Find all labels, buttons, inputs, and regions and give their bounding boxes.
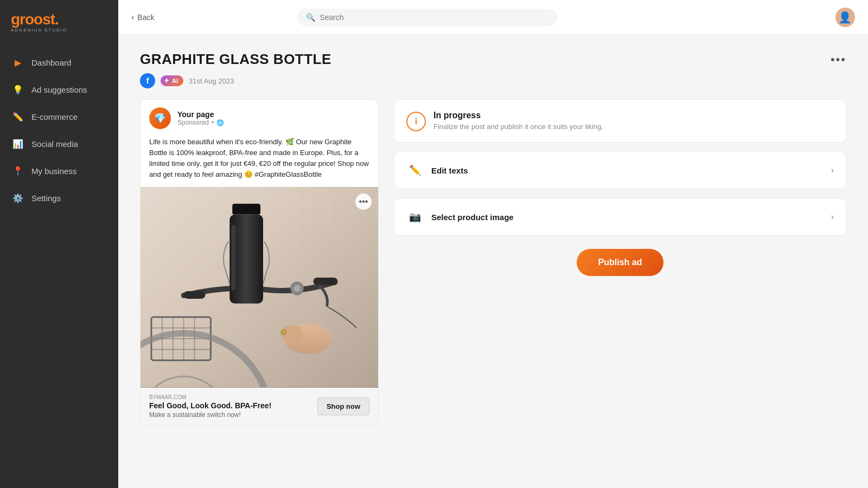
sidebar-item-my-business[interactable]: 📍 My business (0, 158, 118, 183)
ai-label: AI (172, 78, 178, 84)
svg-rect-9 (184, 291, 206, 299)
ad-card-header: 💎 Your page Sponsored • 🌐 (141, 100, 378, 133)
status-title: In progress (433, 111, 603, 120)
ad-image-bg (141, 187, 378, 388)
search-bar[interactable]: 🔍 (297, 9, 558, 26)
image-more-button[interactable]: ••• (355, 194, 372, 210)
search-icon: 🔍 (306, 13, 315, 22)
ad-preview-card: 💎 Your page Sponsored • 🌐 Life is more b… (140, 99, 379, 426)
back-label: Back (137, 13, 154, 22)
main-content: ‹ Back 🔍 👤 GRAPHITE GLASS BOTTLE ••• f ✦… (118, 0, 868, 488)
two-col-layout: 💎 Your page Sponsored • 🌐 Life is more b… (140, 99, 846, 426)
page-title: GRAPHITE GLASS BOTTLE (140, 51, 331, 68)
sidebar-item-label: Social media (31, 139, 78, 149)
more-options-button[interactable]: ••• (831, 54, 846, 66)
page-name: Your page (177, 110, 369, 119)
ad-footer-left: BYMAAR.COM Feel Good, Look Good. BPA-Fre… (149, 394, 271, 419)
select-image-card[interactable]: 📷 Select product image › (394, 198, 846, 236)
title-meta: f ✦ AI 31st Aug 2023 (140, 73, 846, 88)
logo-name: groost. (11, 12, 67, 27)
social-media-icon: 📊 (12, 138, 24, 150)
ad-image: ••• (141, 187, 378, 388)
sidebar-item-social-media[interactable]: 📊 Social media (0, 131, 118, 156)
page-avatar: 💎 (149, 107, 171, 129)
edit-texts-label: Edit texts (431, 166, 824, 175)
sponsored-row: Sponsored • 🌐 (177, 119, 369, 126)
sidebar-item-label: Ad suggestions (31, 85, 87, 94)
sidebar-item-dashboard[interactable]: ▶ Dashboard (0, 50, 118, 75)
globe-icon: 🌐 (216, 119, 224, 126)
sidebar-item-settings[interactable]: ⚙️ Settings (0, 185, 118, 210)
sidebar-item-label: My business (31, 166, 76, 176)
sidebar-item-ecommerce[interactable]: ✏️ E-commerce (0, 104, 118, 129)
chevron-right-icon: › (831, 212, 834, 222)
ad-footer: BYMAAR.COM Feel Good, Look Good. BPA-Fre… (141, 388, 378, 425)
dashboard-icon: ▶ (12, 56, 24, 68)
ecommerce-icon: ✏️ (12, 111, 24, 123)
svg-rect-13 (232, 203, 260, 214)
sponsored-label: Sponsored (177, 119, 209, 126)
sidebar-item-label: E-commerce (31, 112, 78, 121)
sidebar: groost. ADGENIUS STUDIO ▶ Dashboard 💡 Ad… (0, 0, 118, 488)
select-image-label: Select product image (431, 213, 824, 222)
svg-point-12 (294, 285, 301, 292)
sidebar-item-ad-suggestions[interactable]: 💡 Ad suggestions (0, 77, 118, 102)
avatar[interactable]: 👤 (835, 8, 855, 27)
separator: • (212, 119, 214, 126)
ad-suggestions-icon: 💡 (12, 84, 24, 95)
svg-point-18 (281, 329, 286, 335)
svg-rect-10 (314, 278, 338, 285)
content-area: GRAPHITE GLASS BOTTLE ••• f ✦ AI 31st Au… (118, 35, 868, 488)
page-info: Your page Sponsored • 🌐 (177, 110, 369, 126)
edit-texts-card[interactable]: ✏️ Edit texts › (394, 151, 846, 189)
ai-badge: ✦ AI (161, 75, 183, 86)
sidebar-item-label: Dashboard (31, 58, 71, 67)
page-title-row: GRAPHITE GLASS BOTTLE ••• (140, 51, 846, 68)
edit-texts-icon: ✏️ (406, 162, 424, 179)
status-text: In progress Finalize the post and publis… (433, 111, 603, 131)
search-input[interactable] (320, 13, 549, 22)
svg-rect-15 (231, 225, 235, 290)
ai-icon: ✦ (164, 77, 169, 85)
ad-subtitle: Make a sustainable switch now! (149, 411, 271, 419)
ad-image-svg (141, 187, 378, 388)
facebook-badge: f (140, 73, 155, 88)
ad-domain: BYMAAR.COM (149, 394, 271, 400)
ad-date: 31st Aug 2023 (189, 77, 234, 85)
status-description: Finalize the post and publish it once it… (433, 123, 603, 131)
logo-sub: ADGENIUS STUDIO (11, 28, 67, 33)
status-card: i In progress Finalize the post and publ… (394, 99, 846, 143)
publish-ad-button[interactable]: Publish ad (577, 249, 664, 276)
ad-body-text: Life is more beautiful when it's eco-fri… (141, 133, 378, 187)
right-panel: i In progress Finalize the post and publ… (394, 99, 846, 276)
info-icon: i (406, 112, 426, 131)
sidebar-nav: ▶ Dashboard 💡 Ad suggestions ✏️ E-commer… (0, 44, 118, 216)
settings-icon: ⚙️ (12, 192, 24, 204)
select-image-icon: 📷 (406, 208, 424, 226)
header: ‹ Back 🔍 👤 (118, 0, 868, 35)
shop-now-button[interactable]: Shop now (317, 397, 369, 415)
app-logo: groost. ADGENIUS STUDIO (0, 0, 118, 44)
logo-dot: . (55, 11, 59, 28)
ad-tagline: Feel Good, Look Good. BPA-Free! (149, 401, 271, 410)
sidebar-item-label: Settings (31, 194, 61, 203)
chevron-right-icon: › (831, 165, 834, 175)
back-arrow-icon: ‹ (131, 12, 134, 22)
my-business-icon: 📍 (12, 165, 24, 177)
back-button[interactable]: ‹ Back (131, 12, 154, 22)
